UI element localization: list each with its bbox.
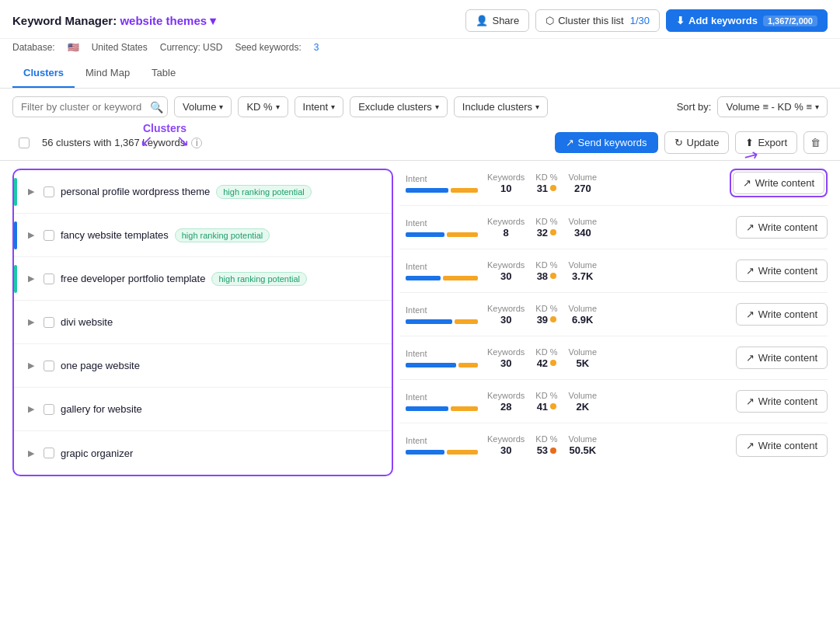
chevron-down-icon: ▾ xyxy=(219,103,223,111)
intent-metric: Intent xyxy=(406,349,478,367)
metric-value: 340 xyxy=(574,227,591,239)
delete-button[interactable]: 🗑 xyxy=(803,131,828,154)
project-name[interactable]: website themes xyxy=(120,14,207,27)
cluster-name: fancy website templates xyxy=(61,229,169,241)
write-content-wrap: ↗ Write content xyxy=(736,216,828,239)
write-content-wrap: ↗ Write content xyxy=(736,434,828,457)
expand-button[interactable]: ▶ xyxy=(25,185,37,198)
intent-metric: Intent xyxy=(406,174,478,193)
sort-dropdown[interactable]: Volume ≡ - KD % ≡ ▾ xyxy=(717,96,828,117)
metric-label: KD % xyxy=(535,434,557,444)
search-button[interactable]: 🔍 xyxy=(150,101,163,113)
cluster-checkbox[interactable] xyxy=(44,230,54,241)
write-content-button[interactable]: ↗ Write content xyxy=(736,216,828,239)
write-icon: ↗ xyxy=(746,440,755,451)
cluster-metrics-row: IntentKeywords30KD %53Volume50.5K↗ Write… xyxy=(399,423,828,467)
cluster-checkbox[interactable] xyxy=(44,186,54,197)
exclude-clusters-dropdown[interactable]: Exclude clusters ▾ xyxy=(350,96,448,117)
metric-volume: Volume3.7K xyxy=(568,260,597,282)
download-icon: ⬇ xyxy=(676,15,685,26)
cluster-name: personal profile wordpress theme xyxy=(61,186,210,197)
write-icon: ↗ xyxy=(746,221,755,233)
left-panel: ▶personal profile wordpress themehigh ra… xyxy=(12,169,393,476)
intent-dropdown[interactable]: Intent ▾ xyxy=(295,96,344,117)
metric-label: KD % xyxy=(535,217,557,226)
metric-value: 41 xyxy=(537,401,548,413)
write-icon: ↗ xyxy=(746,265,755,277)
metric-label: KD % xyxy=(535,304,557,313)
bar-yellow-segment xyxy=(443,276,478,280)
tab-clusters[interactable]: Clusters xyxy=(12,59,75,88)
seed-value[interactable]: 3 xyxy=(314,42,319,53)
send-keywords-button[interactable]: ↗ Send keywords xyxy=(555,132,658,153)
chevron-down-icon: ▾ xyxy=(535,103,539,111)
write-content-wrap: ↗ Write content xyxy=(736,260,828,282)
intent-label: Intent xyxy=(303,101,329,113)
metric-value: 30 xyxy=(500,357,511,369)
bar-yellow-segment xyxy=(451,406,478,411)
expand-button[interactable]: ▶ xyxy=(25,402,37,416)
metric-dot xyxy=(550,448,556,454)
tab-table[interactable]: Table xyxy=(141,59,186,88)
cluster-name: gallery for website xyxy=(61,403,142,415)
cluster-side-bar xyxy=(14,352,17,380)
info-icon[interactable]: i xyxy=(191,138,202,148)
include-clusters-dropdown[interactable]: Include clusters ▾ xyxy=(454,96,548,117)
write-content-button[interactable]: ↗ Write content xyxy=(736,390,828,413)
export-button[interactable]: ⬆ Export xyxy=(735,131,797,154)
ranking-badge: high ranking potential xyxy=(211,272,307,286)
sort-value: Volume ≡ - KD % ≡ xyxy=(726,101,812,113)
filter-input[interactable] xyxy=(12,96,168,117)
cluster-metrics-row: IntentKeywords10KD %31Volume270↗ Write c… xyxy=(399,161,828,206)
update-button[interactable]: ↻ Update xyxy=(664,131,730,154)
sort-controls: Sort by: Volume ≡ - KD % ≡ ▾ xyxy=(677,96,828,117)
intent-metric: Intent xyxy=(406,218,478,237)
expand-button[interactable]: ▶ xyxy=(25,359,37,372)
add-keywords-button[interactable]: ⬇ Add keywords 1,367/2,000 xyxy=(666,9,828,32)
cluster-metrics-row: IntentKeywords30KD %42Volume5K↗ Write co… xyxy=(399,336,828,380)
cluster-icon: ⬡ xyxy=(545,15,554,26)
expand-button[interactable]: ▶ xyxy=(25,447,37,460)
expand-button[interactable]: ▶ xyxy=(25,272,37,285)
write-content-button[interactable]: ↗ Write content xyxy=(736,434,828,457)
expand-button[interactable]: ▶ xyxy=(25,315,37,329)
metric-value: 28 xyxy=(500,401,511,413)
intent-bar xyxy=(406,363,478,367)
tab-mind-map[interactable]: Mind Map xyxy=(75,59,141,88)
update-icon: ↻ xyxy=(674,137,683,148)
cluster-metrics-row: IntentKeywords8KD %32Volume340↗ Write co… xyxy=(399,206,828,249)
database-value: United States xyxy=(92,42,148,53)
metric-value: 30 xyxy=(500,270,511,282)
metric-value: 50.5K xyxy=(569,444,596,456)
write-content-button[interactable]: ↗ Write content xyxy=(733,172,824,194)
bar-yellow-segment xyxy=(447,450,478,455)
expand-button[interactable]: ▶ xyxy=(25,228,37,242)
cluster-checkbox[interactable] xyxy=(44,361,54,371)
header-meta: Database: 🇺🇸 United States Currency: USD… xyxy=(0,39,840,59)
cluster-checkbox[interactable] xyxy=(44,317,54,328)
write-content-button[interactable]: ↗ Write content xyxy=(736,260,828,282)
metric-label: Volume xyxy=(568,260,597,270)
metric-keywords: Keywords8 xyxy=(487,217,525,239)
cluster-checkbox[interactable] xyxy=(44,273,54,284)
ranking-badge: high ranking potential xyxy=(175,228,270,242)
volume-dropdown[interactable]: Volume ▾ xyxy=(174,96,232,117)
bar-yellow-segment xyxy=(458,363,478,367)
metric-value: 39 xyxy=(537,314,548,326)
project-dropdown-icon[interactable]: ▾ xyxy=(210,14,216,27)
metric-keywords: Keywords30 xyxy=(487,260,525,282)
metric-label: Keywords xyxy=(487,217,525,226)
kd-dropdown[interactable]: KD % ▾ xyxy=(238,96,288,117)
cluster-checkbox[interactable] xyxy=(44,404,54,415)
table-header-info: 56 clusters with 1,367 keywords i xyxy=(12,137,202,148)
select-all-checkbox[interactable] xyxy=(19,138,30,148)
metric-volume: Volume2K xyxy=(568,391,597,413)
bar-blue-segment xyxy=(406,450,444,455)
cluster-list-button[interactable]: ⬡ Cluster this list 1/30 xyxy=(535,9,660,32)
share-button[interactable]: 👤 Share xyxy=(465,9,529,32)
toolbar: 🔍 Volume ▾ KD % ▾ Intent ▾ Exclude clust… xyxy=(0,89,840,125)
write-content-button[interactable]: ↗ Write content xyxy=(736,303,828,326)
write-content-button[interactable]: ↗ Write content xyxy=(736,347,828,369)
intent-bar xyxy=(406,276,478,280)
cluster-checkbox[interactable] xyxy=(44,448,54,458)
